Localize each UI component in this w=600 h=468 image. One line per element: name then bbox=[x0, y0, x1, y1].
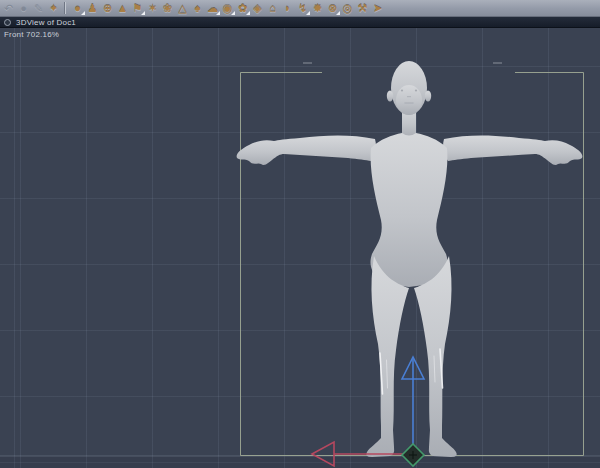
gizmo-center-handle[interactable] bbox=[402, 444, 424, 466]
molecule-tool-icon[interactable]: ⊗ bbox=[325, 0, 340, 16]
figure-right-arm[interactable] bbox=[443, 136, 582, 165]
figure-left-leg[interactable] bbox=[366, 256, 409, 457]
pyramid-tool-icon[interactable]: △ bbox=[175, 0, 190, 16]
figure-left-ear bbox=[387, 91, 393, 102]
panel-title: 3DView of Doc1 bbox=[16, 18, 76, 27]
zoom-level: 702.16% bbox=[26, 30, 59, 39]
pen-icon: ✎ bbox=[31, 0, 46, 16]
scene-canvas bbox=[0, 28, 600, 468]
pipe-tool-icon[interactable]: ➤ bbox=[370, 0, 385, 16]
cone-tool-icon[interactable]: ▲ bbox=[115, 0, 130, 16]
target-tool-icon[interactable]: ◎ bbox=[340, 0, 355, 16]
rock-tool-icon[interactable]: ◉ bbox=[220, 0, 235, 16]
history-icon: ● bbox=[16, 0, 31, 16]
figure-left-arm[interactable] bbox=[237, 136, 376, 165]
deformer-tool-icon[interactable]: ✶ bbox=[145, 0, 160, 16]
figure-right-ear bbox=[425, 91, 431, 102]
figure-jaw[interactable] bbox=[396, 85, 422, 115]
viewport-3d[interactable]: Front 702.16% bbox=[0, 28, 600, 468]
gizmo-y-axis-arrow[interactable] bbox=[402, 357, 424, 455]
lightning-tool-icon[interactable]: ↯ bbox=[295, 0, 310, 16]
house-tool-icon[interactable]: ⌂ bbox=[265, 0, 280, 16]
app-window: ↶●✎✦●♟⊕▲⚑✶❀△♠☁◉✿◈⌂◗↯✸⊗◎⚒➤ 3DView of Doc1 bbox=[0, 0, 600, 468]
flower-tool-icon[interactable]: ❀ bbox=[160, 0, 175, 16]
human-figure[interactable] bbox=[237, 61, 583, 457]
bowl-tool-icon[interactable]: ◗ bbox=[280, 0, 295, 16]
camera-tool-icon[interactable]: ⚑ bbox=[130, 0, 145, 16]
translate-gizmo bbox=[312, 357, 424, 466]
cloud-tool-icon[interactable]: ☁ bbox=[205, 0, 220, 16]
undo-icon: ↶ bbox=[1, 0, 16, 16]
hammer-tool-icon[interactable]: ⚒ bbox=[355, 0, 370, 16]
globe-tool-icon[interactable]: ⊕ bbox=[100, 0, 115, 16]
render-icon[interactable]: ✦ bbox=[46, 0, 61, 16]
sphere-tool-icon[interactable]: ● bbox=[70, 0, 85, 16]
figure-torso[interactable] bbox=[371, 133, 448, 287]
burst-tool-icon[interactable]: ✸ bbox=[310, 0, 325, 16]
main-toolbar: ↶●✎✦●♟⊕▲⚑✶❀△♠☁◉✿◈⌂◗↯✸⊗◎⚒➤ bbox=[0, 0, 600, 17]
figure-right-leg[interactable] bbox=[414, 256, 457, 457]
figure-tool-icon[interactable]: ♟ bbox=[85, 0, 100, 16]
view-panel-header[interactable]: 3DView of Doc1 bbox=[0, 17, 600, 28]
tree-tool-icon[interactable]: ♠ bbox=[190, 0, 205, 16]
panel-collapse-icon[interactable] bbox=[4, 19, 11, 26]
blossom-tool-icon[interactable]: ✿ bbox=[235, 0, 250, 16]
viewport-view-label: Front 702.16% bbox=[4, 30, 59, 39]
camera-name: Front bbox=[4, 30, 24, 39]
gem-tool-icon[interactable]: ◈ bbox=[250, 0, 265, 16]
toolbar-separator bbox=[62, 2, 69, 14]
